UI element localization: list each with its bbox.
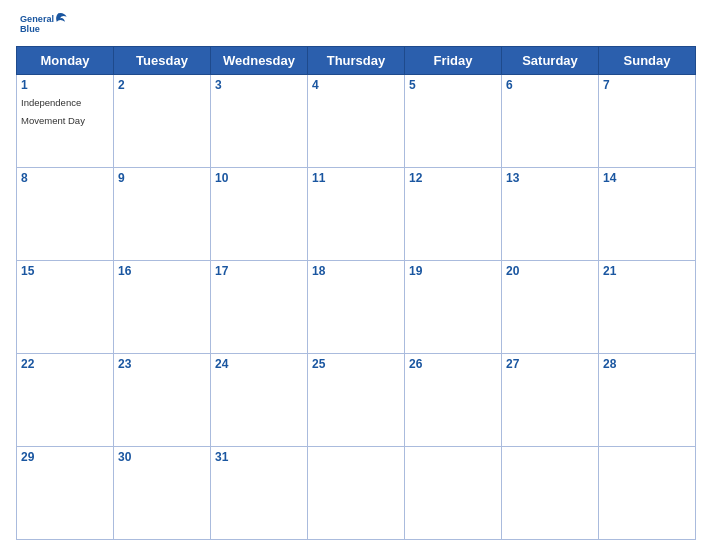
day-number: 24 (215, 357, 303, 371)
day-number: 23 (118, 357, 206, 371)
calendar-container: General Blue MondayTuesdayWednesdayThurs… (0, 0, 712, 550)
calendar-cell: 9 (114, 168, 211, 261)
calendar-cell: 5 (405, 75, 502, 168)
day-number: 27 (506, 357, 594, 371)
day-number: 31 (215, 450, 303, 464)
day-number: 30 (118, 450, 206, 464)
col-header-wednesday: Wednesday (211, 47, 308, 75)
calendar-cell: 2 (114, 75, 211, 168)
day-number: 5 (409, 78, 497, 92)
day-number: 11 (312, 171, 400, 185)
day-number: 3 (215, 78, 303, 92)
day-number: 28 (603, 357, 691, 371)
calendar-cell: 12 (405, 168, 502, 261)
day-number: 1 (21, 78, 109, 92)
calendar-cell: 11 (308, 168, 405, 261)
col-header-monday: Monday (17, 47, 114, 75)
day-number: 18 (312, 264, 400, 278)
day-number: 2 (118, 78, 206, 92)
calendar-cell (502, 447, 599, 540)
calendar-cell: 27 (502, 354, 599, 447)
calendar-cell: 19 (405, 261, 502, 354)
calendar-cell: 8 (17, 168, 114, 261)
day-number: 29 (21, 450, 109, 464)
logo-area: General Blue (20, 10, 70, 40)
calendar-cell: 23 (114, 354, 211, 447)
col-header-tuesday: Tuesday (114, 47, 211, 75)
calendar-cell: 1Independence Movement Day (17, 75, 114, 168)
day-number: 13 (506, 171, 594, 185)
week-row-5: 293031 (17, 447, 696, 540)
day-headers-row: MondayTuesdayWednesdayThursdayFridaySatu… (17, 47, 696, 75)
calendar-cell: 15 (17, 261, 114, 354)
calendar-cell (405, 447, 502, 540)
calendar-cell: 25 (308, 354, 405, 447)
col-header-thursday: Thursday (308, 47, 405, 75)
calendar-cell: 20 (502, 261, 599, 354)
calendar-cell: 21 (599, 261, 696, 354)
calendar-table: MondayTuesdayWednesdayThursdayFridaySatu… (16, 46, 696, 540)
day-number: 22 (21, 357, 109, 371)
day-number: 25 (312, 357, 400, 371)
calendar-cell: 7 (599, 75, 696, 168)
day-number: 26 (409, 357, 497, 371)
day-number: 16 (118, 264, 206, 278)
col-header-saturday: Saturday (502, 47, 599, 75)
calendar-cell: 26 (405, 354, 502, 447)
day-number: 20 (506, 264, 594, 278)
calendar-cell (599, 447, 696, 540)
week-row-4: 22232425262728 (17, 354, 696, 447)
day-number: 7 (603, 78, 691, 92)
week-row-2: 891011121314 (17, 168, 696, 261)
day-number: 4 (312, 78, 400, 92)
day-number: 9 (118, 171, 206, 185)
day-number: 19 (409, 264, 497, 278)
week-row-3: 15161718192021 (17, 261, 696, 354)
calendar-cell: 31 (211, 447, 308, 540)
day-number: 6 (506, 78, 594, 92)
general-blue-logo: General Blue (20, 10, 70, 40)
day-number: 15 (21, 264, 109, 278)
svg-text:Blue: Blue (20, 24, 40, 34)
calendar-cell: 17 (211, 261, 308, 354)
calendar-cell: 24 (211, 354, 308, 447)
calendar-cell: 6 (502, 75, 599, 168)
day-number: 21 (603, 264, 691, 278)
calendar-cell: 4 (308, 75, 405, 168)
calendar-cell: 14 (599, 168, 696, 261)
calendar-cell: 10 (211, 168, 308, 261)
event-label: Independence Movement Day (21, 97, 85, 126)
calendar-cell: 18 (308, 261, 405, 354)
day-number: 10 (215, 171, 303, 185)
col-header-sunday: Sunday (599, 47, 696, 75)
svg-text:General: General (20, 14, 54, 24)
day-number: 14 (603, 171, 691, 185)
week-row-1: 1Independence Movement Day234567 (17, 75, 696, 168)
calendar-cell: 3 (211, 75, 308, 168)
calendar-cell: 16 (114, 261, 211, 354)
calendar-cell (308, 447, 405, 540)
calendar-header: General Blue (16, 10, 696, 40)
calendar-cell: 29 (17, 447, 114, 540)
calendar-cell: 22 (17, 354, 114, 447)
calendar-cell: 28 (599, 354, 696, 447)
day-number: 12 (409, 171, 497, 185)
col-header-friday: Friday (405, 47, 502, 75)
day-number: 17 (215, 264, 303, 278)
calendar-cell: 30 (114, 447, 211, 540)
calendar-cell: 13 (502, 168, 599, 261)
day-number: 8 (21, 171, 109, 185)
